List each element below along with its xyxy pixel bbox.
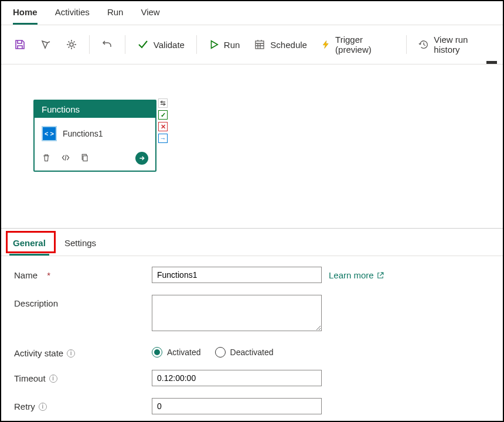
delete-icon[interactable] (42, 153, 51, 164)
toolbar-separator (406, 35, 407, 54)
toolbar-separator (125, 35, 125, 54)
status-fail-icon[interactable]: ✕ (158, 122, 168, 131)
settings-button[interactable] (60, 35, 83, 54)
svg-rect-1 (256, 41, 264, 49)
panel-tabs: General Settings (1, 229, 503, 256)
activity-output-handle[interactable] (135, 152, 148, 165)
schedule-button[interactable]: Schedule (248, 35, 313, 54)
calendar-icon (254, 39, 265, 50)
lightning-icon (321, 39, 331, 50)
tab-settings[interactable]: Settings (61, 234, 100, 256)
function-icon: < > (43, 127, 56, 140)
activity-card-functions[interactable]: Functions < > Functions1 (33, 100, 156, 172)
status-collapse-icon[interactable] (158, 98, 168, 108)
activity-footer (35, 147, 155, 171)
status-success-icon[interactable]: ✓ (158, 110, 168, 120)
radio-icon (152, 347, 162, 358)
info-icon[interactable]: i (49, 375, 57, 383)
pipeline-canvas[interactable]: Functions < > Functions1 (1, 64, 503, 229)
validate-button[interactable]: Validate (131, 35, 190, 54)
trigger-button[interactable]: Trigger (preview) (315, 31, 401, 58)
description-input[interactable] (152, 295, 322, 331)
info-icon[interactable]: i (39, 403, 47, 411)
gear-icon (66, 39, 77, 50)
radio-deactivated-label: Deactivated (230, 348, 274, 357)
menu-tab-run[interactable]: Run (107, 4, 124, 25)
undo-icon (101, 39, 113, 50)
general-form: Name * Learn more Description Activity s… (1, 256, 503, 422)
description-label: Description (14, 295, 152, 308)
radio-activated-label: Activated (167, 348, 201, 357)
svg-point-0 (70, 43, 73, 46)
undo-button[interactable] (96, 35, 119, 54)
history-icon (418, 39, 429, 50)
tab-general[interactable]: General (9, 234, 49, 256)
info-icon[interactable]: i (67, 349, 75, 358)
retry-label: Retry i (14, 398, 152, 411)
radio-activated[interactable]: Activated (152, 347, 201, 358)
activity-body: < > Functions1 (35, 118, 155, 147)
radio-deactivated[interactable]: Deactivated (215, 347, 274, 358)
schedule-label: Schedule (270, 40, 307, 50)
activity-state-radio-group: Activated Deactivated (152, 345, 274, 358)
timeout-label: Timeout i (14, 370, 152, 383)
timeout-input[interactable] (152, 370, 322, 386)
code-icon[interactable] (60, 153, 71, 164)
trigger-label: Trigger (preview) (335, 35, 394, 55)
svg-rect-2 (83, 155, 87, 161)
menu-tab-view[interactable]: View (141, 4, 159, 25)
activity-state-label: Activity state i (14, 345, 152, 358)
discard-icon (40, 39, 52, 50)
activity-name: Functions1 (63, 129, 103, 138)
save-button[interactable] (8, 35, 32, 54)
run-label: Run (224, 40, 240, 50)
name-label: Name * (14, 267, 152, 280)
status-skip-icon[interactable]: → (158, 134, 168, 143)
toolbar-separator (196, 35, 197, 54)
play-icon (209, 39, 219, 50)
activity-status-icons: ✓ ✕ → (158, 98, 168, 143)
menu-tab-home[interactable]: Home (13, 4, 38, 25)
activity-header: Functions (35, 101, 155, 118)
radio-icon (215, 347, 226, 358)
check-icon (137, 39, 149, 50)
required-mark: * (47, 270, 50, 280)
history-button[interactable]: View run history (413, 31, 496, 58)
panel-resize-handle[interactable] (486, 61, 497, 64)
discard-button[interactable] (34, 35, 57, 54)
copy-icon[interactable] (80, 153, 90, 164)
menu-tab-activities[interactable]: Activities (55, 4, 90, 25)
activity-icon-wrapper: < > (42, 126, 57, 141)
history-label: View run history (434, 35, 490, 55)
name-input[interactable] (152, 267, 322, 283)
retry-input[interactable] (152, 398, 322, 414)
menu-tabs: Home Activities Run View (1, 1, 503, 25)
toolbar-separator (89, 35, 90, 54)
toolbar: Validate Run Schedule Trigger (preview) … (1, 25, 503, 64)
external-link-icon (376, 271, 384, 280)
save-icon (14, 39, 26, 50)
run-button[interactable]: Run (203, 36, 246, 53)
validate-label: Validate (154, 40, 185, 50)
learn-more-link[interactable]: Learn more (329, 270, 384, 280)
